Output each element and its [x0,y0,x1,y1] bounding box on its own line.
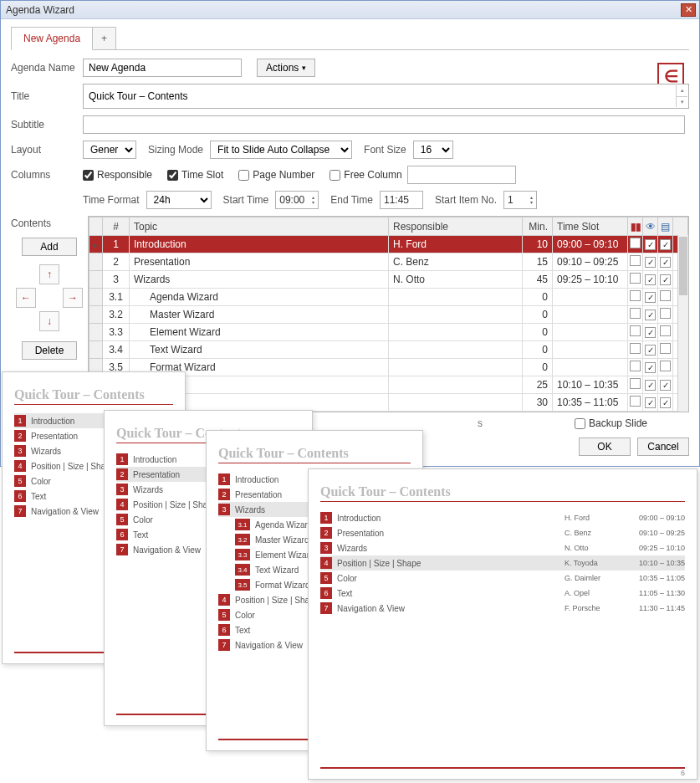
subtitle-input[interactable] [83,115,685,134]
preview-item: 2PresentationC. Benz09:10 – 09:25 [320,525,685,540]
grid-checkbox[interactable] [630,396,641,407]
title-stepper-up[interactable]: ▴ [676,85,687,97]
grid-checkbox[interactable] [630,325,641,336]
table-row[interactable]: 3.4Text Wizard0 [89,341,688,359]
col-num[interactable]: # [103,218,130,236]
grid-checkbox[interactable] [660,239,671,250]
label-layout: Layout [11,144,83,156]
grid-checkbox[interactable] [630,378,641,389]
grid-checkbox[interactable] [645,397,656,408]
col-responsible[interactable]: Responsible [389,218,523,236]
table-row[interactable]: 3.1Agenda Wizard0 [89,289,688,306]
preview-item: 3WizardsN. Otto09:25 – 10:10 [320,540,685,555]
grid-checkbox[interactable] [645,327,656,338]
agenda-name-input[interactable] [83,59,242,77]
layout-select[interactable]: Generic [83,141,136,159]
grid-checkbox[interactable] [645,292,656,303]
grid-checkbox[interactable] [660,380,671,391]
add-button[interactable]: Add [22,238,77,256]
free-column-input[interactable] [407,166,516,184]
checkbox-backup-slide[interactable]: Backup Slide [575,417,647,429]
col-eye-icon: 👁 [643,218,658,236]
grid-checkbox[interactable] [645,257,656,268]
label-start-item-no: Start Item No. [435,194,497,206]
grid-checkbox[interactable] [645,239,656,250]
sizing-mode-select[interactable]: Fit to Slide Auto Collapse [210,141,352,159]
grid-checkbox[interactable] [630,361,641,371]
grid-checkbox[interactable] [645,310,656,320]
grid-checkbox[interactable] [630,343,641,354]
col-slide-icon: ▤ [658,218,673,236]
preview-item: 5ColorG. Daimler10:35 – 11:05 [320,571,685,586]
window-title: Agenda Wizard [4,4,681,16]
grid-scrollbar[interactable] [677,235,688,412]
grid-checkbox[interactable] [660,257,671,268]
label-contents: Contents [11,218,88,229]
title-input-wrap: ▴▾ [83,84,689,109]
label-agenda-name: Agenda Name [11,62,83,74]
col-time-slot[interactable]: Time Slot [553,218,628,236]
preview-item: 1IntroductionH. Ford09:00 – 09:10 [320,510,685,525]
grid-checkbox[interactable] [630,238,641,248]
outdent-button[interactable]: ← [16,288,36,308]
end-time-input[interactable]: 11:45 [380,191,423,209]
grid-checkbox[interactable] [645,362,656,373]
table-row[interactable]: 3WizardsN. Otto4509:25 – 10:10 [89,271,688,289]
title-stepper-down[interactable]: ▾ [676,97,687,108]
tab-add[interactable]: + [92,27,116,49]
preview-item: 4Position | Size | ShapeK. Toyoda10:10 –… [320,555,685,571]
titlebar: Agenda Wizard ✕ [1,1,699,19]
table-row[interactable]: 2PresentationC. Benz1509:10 – 09:25 [89,253,688,271]
close-button[interactable]: ✕ [681,3,696,17]
label-end-time: End Time [330,194,373,206]
ok-button[interactable]: OK [579,438,631,456]
checkbox-time-slot[interactable]: Time Slot [167,169,223,181]
tab-new-agenda[interactable]: New Agenda [11,27,93,50]
title-input[interactable] [89,86,670,106]
col-pause-icon: ▮▮ [628,218,643,236]
grid-checkbox[interactable] [660,361,671,371]
grid-checkbox[interactable] [630,290,641,301]
label-time-format: Time Format [83,194,140,206]
grid-checkbox[interactable] [660,343,671,354]
checkbox-page-number[interactable]: Page Number [238,169,314,181]
table-row[interactable]: 3.2Master Wizard0 [89,306,688,324]
label-sizing-mode: Sizing Mode [148,144,203,156]
grid-checkbox[interactable] [660,274,671,285]
label-columns: Columns [11,169,83,181]
indent-button[interactable]: → [63,288,83,308]
checkbox-responsible[interactable]: Responsible [83,169,152,181]
label-title: Title [11,90,83,102]
preview-item: 6TextA. Opel11:05 – 11:30 [320,586,685,601]
label-subtitle: Subtitle [11,119,83,130]
grid-checkbox[interactable] [660,290,671,301]
cancel-button[interactable]: Cancel [637,438,689,456]
grid-checkbox[interactable] [645,380,656,391]
label-font-size: Font Size [364,144,406,156]
grid-checkbox[interactable] [660,325,671,336]
grid-checkbox[interactable] [645,274,656,285]
grid-checkbox[interactable] [630,273,641,284]
actions-dropdown[interactable]: Actions▾ [257,59,315,77]
move-down-button[interactable]: ↓ [39,311,59,331]
grid-checkbox[interactable] [660,397,671,408]
font-size-select[interactable]: 16 [413,141,453,159]
col-min[interactable]: Min. [523,218,553,236]
grid-checkbox[interactable] [630,255,641,266]
start-item-no-input[interactable]: 1▴▾ [503,191,537,209]
time-format-select[interactable]: 24h [146,191,212,209]
table-row[interactable]: 1IntroductionH. Ford1009:00 – 09:10 [89,236,688,253]
table-row[interactable]: 3.3Element Wizard0 [89,324,688,341]
delete-button[interactable]: Delete [22,341,77,360]
col-topic[interactable]: Topic [130,218,389,236]
move-up-button[interactable]: ↑ [39,264,59,284]
label-start-time: Start Time [223,194,269,206]
grid-checkbox[interactable] [630,308,641,319]
checkbox-free-column[interactable]: Free Column [330,169,401,181]
preview-item: 7Navigation & ViewF. Porsche11:30 – 11:4… [320,601,685,616]
grid-checkbox[interactable] [660,308,671,319]
preview-slide-4: Quick Tour – Contents 1IntroductionH. Fo… [308,468,697,780]
start-time-input[interactable]: 09:00▴▾ [275,191,319,209]
grid-checkbox[interactable] [645,345,656,356]
